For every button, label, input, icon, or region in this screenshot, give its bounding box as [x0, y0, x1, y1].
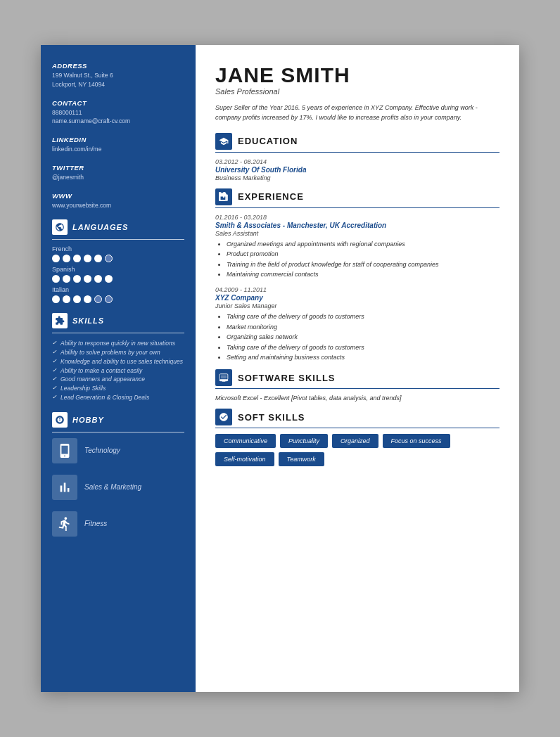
fitness-label: Fitness [84, 520, 107, 527]
dot [84, 275, 91, 283]
skill-item: Leadership Skills [52, 384, 184, 393]
experience-icon [215, 188, 232, 205]
sales-label: Sales & Marketing [84, 483, 141, 491]
dot [73, 255, 81, 262]
exp-date-0: 01.2016 - 03.2018 [215, 214, 499, 221]
education-title: EDUCATION [238, 136, 298, 146]
software-divider [215, 388, 499, 389]
www-value: www.yourwebsite.com [52, 201, 184, 210]
exp-bullet: Organizing sales network [227, 332, 499, 342]
exp-bullet: Setting and maintaining business contact… [227, 352, 499, 362]
exp-company-0: Smith & Associates - Manchester, UK Accr… [215, 222, 499, 229]
software-text: Microsoft Excel - Excellent [Pivot table… [215, 395, 499, 402]
exp-bullet: Maintaining commercial contacts [227, 269, 499, 279]
skill-item: Abillity to solve problems by your own [52, 348, 184, 357]
education-header: EDUCATION [215, 133, 499, 150]
technology-label: Technology [84, 447, 120, 454]
candidate-summary: Super Seller of the Year 2016. 5 years o… [215, 103, 499, 123]
contact-label: CONTACT [52, 99, 184, 107]
www-label: WWW [52, 192, 184, 200]
address-value: 199 Walnut St., Suite 6Lockport, NY 1409… [52, 71, 184, 89]
experience-divider [215, 207, 499, 208]
edu-date-0: 03.2012 - 08.2014 [215, 158, 499, 165]
dot [94, 255, 102, 262]
tag-punctuality: Punctuality [280, 434, 328, 448]
skill-item: Lead Generation & Closing Deals [52, 393, 184, 402]
dot [63, 295, 70, 303]
dot [84, 255, 91, 262]
hobby-sales: Sales & Marketing [52, 475, 184, 500]
sidebar: ADDRESS 199 Walnut St., Suite 6Lockport,… [41, 45, 196, 692]
exp-date-1: 04.2009 - 11.2011 [215, 286, 499, 293]
candidate-name: JANE SMITH [215, 65, 499, 86]
dot [105, 275, 113, 283]
twitter-section: TWITTER @janesmith [52, 164, 184, 182]
linkedin-label: LINKEDIN [52, 136, 184, 143]
tag-focus: Focus on success [383, 434, 450, 448]
exp-bullets-1: Taking care of the delivery of goods to … [215, 312, 499, 362]
fitness-icon [52, 511, 77, 537]
skill-item: Good manners and appearance [52, 375, 184, 384]
skill-item: Ability to response quickly in new situa… [52, 339, 184, 348]
skills-icon [52, 313, 68, 328]
software-icon [215, 369, 232, 386]
dot [52, 275, 60, 283]
soft-skills-icon [215, 409, 232, 425]
french-dots [52, 255, 184, 262]
soft-skills-divider [215, 428, 499, 428]
exp-role-1: Junior Sales Manager [215, 302, 499, 309]
address-section: ADDRESS 199 Walnut St., Suite 6Lockport,… [52, 62, 184, 89]
languages-section-title: LANGUAGES [52, 219, 184, 235]
education-divider [215, 152, 499, 153]
tag-organized: Organized [332, 434, 378, 448]
languages-icon [52, 219, 68, 235]
tag-self-motivation: Self-motivation [215, 452, 274, 466]
exp-bullets-0: Organized meetings and appointments with… [215, 239, 499, 280]
skills-list: Ability to response quickly in new situa… [52, 339, 184, 402]
skills-section-title: SKILLS [52, 313, 184, 328]
lang-french: French [52, 245, 184, 252]
lang-italian: Italian [52, 286, 184, 293]
twitter-label: TWITTER [52, 164, 184, 172]
sales-icon [52, 475, 77, 500]
candidate-title: Sales Professional [215, 87, 499, 96]
skill-item: Ability to make a contact easily [52, 366, 184, 376]
languages-title: LANGUAGES [72, 223, 128, 231]
dot [63, 275, 70, 283]
dot [52, 295, 60, 303]
exp-bullet: Organized meetings and appointments with… [227, 239, 499, 249]
technology-icon [52, 438, 77, 463]
italian-dots [52, 295, 184, 303]
skill-item: Knowledge and ability to use sales techn… [52, 357, 184, 366]
education-icon [215, 133, 232, 150]
hobby-section-title: HOBBY [52, 412, 184, 428]
twitter-value: @janesmith [52, 173, 184, 182]
hobby-divider [52, 432, 184, 432]
dot-empty [105, 295, 113, 303]
spanish-dots [52, 275, 184, 283]
dot [73, 295, 81, 303]
soft-skills-header: SOFT SKILLS [215, 409, 499, 425]
lang-spanish: Spanish [52, 266, 184, 273]
hobby-icon [52, 412, 68, 428]
software-header: SOFTWARE SKILLS [215, 369, 499, 386]
skills-divider [52, 333, 184, 333]
linkedin-value: linkedin.com/in/me [52, 145, 184, 154]
tag-communicative: Communicative [215, 434, 276, 448]
hobby-title: HOBBY [72, 416, 104, 424]
soft-skills-title: SOFT SKILLS [238, 412, 305, 423]
dot [63, 255, 70, 262]
skills-title: SKILLS [72, 316, 104, 325]
dot [84, 295, 91, 303]
dot [73, 275, 81, 283]
svg-rect-3 [221, 376, 227, 379]
languages-divider [52, 239, 184, 240]
tag-teamwork: Teamwork [279, 452, 324, 466]
experience-title: EXPERIENCE [238, 191, 304, 202]
experience-header: EXPERIENCE [215, 188, 499, 205]
edu-field-0: Business Marketing [215, 174, 499, 181]
exp-company-1: XYZ Company [215, 294, 499, 302]
hobby-fitness: Fitness [52, 511, 184, 537]
dot [94, 275, 102, 283]
resume-page: ADDRESS 199 Walnut St., Suite 6Lockport,… [41, 45, 519, 692]
